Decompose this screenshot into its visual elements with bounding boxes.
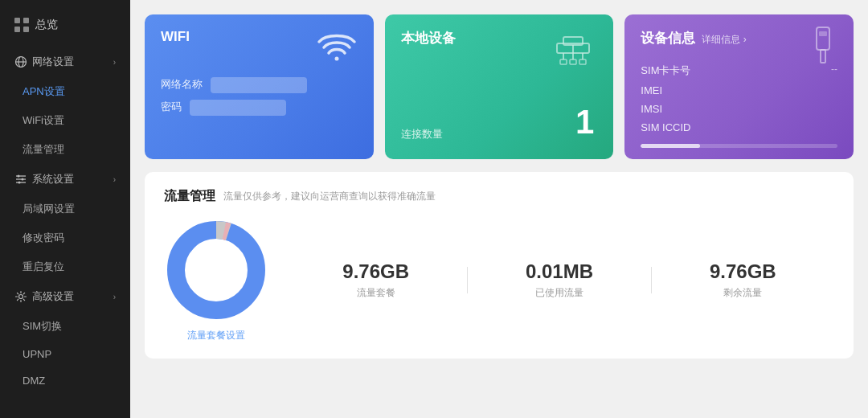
traffic-content: 流量套餐设置 9.76GB 流量套餐 0.01MB 已使用流量 9.76GB 剩… (164, 218, 834, 342)
chevron-right-icon3: › (113, 293, 116, 301)
stat-plan: 9.76GB 流量套餐 (285, 260, 467, 300)
cards-row: WIFI 网络名称 密码 (145, 14, 854, 159)
sidebar-item-password[interactable]: 修改密码 (0, 223, 130, 252)
stat-remaining-label: 剩余流量 (652, 286, 834, 300)
wifi-fields: 网络名称 密码 (161, 77, 358, 116)
stat-used-value: 0.01MB (468, 260, 650, 283)
usb-icon (807, 26, 839, 68)
chevron-right-icon: › (113, 58, 116, 67)
gear-icon (14, 290, 27, 303)
sidebar-item-advanced[interactable]: 高级设置 › (0, 281, 130, 312)
device-icon-area (549, 27, 597, 72)
wifi-password-value (190, 100, 286, 116)
main-content: WIFI 网络名称 密码 (130, 0, 868, 418)
wifi-card: WIFI 网络名称 密码 (145, 14, 374, 159)
sidebar-network-label: 网络设置 (32, 55, 74, 69)
sidebar-item-wifi-settings[interactable]: WiFi设置 (0, 106, 130, 135)
network-device-icon (549, 27, 597, 69)
svg-point-26 (186, 240, 247, 301)
device-connect-label: 连接数量 (401, 127, 443, 141)
sidebar-overview-label: 总览 (35, 18, 58, 32)
info-card: 设备信息 详细信息 › SIM卡卡号 -- IMEI (624, 14, 854, 159)
svg-point-6 (18, 175, 20, 178)
sidebar-item-dmz[interactable]: DMZ (0, 367, 130, 394)
svg-point-10 (334, 57, 338, 61)
sidebar-item-traffic-mgmt[interactable]: 流量管理 (0, 135, 130, 164)
sidebar-system-label: 系统设置 (32, 172, 74, 186)
traffic-subtitle: 流量仅供参考，建议向运营商查询以获得准确流量 (223, 190, 436, 203)
sidebar-logo-area: 总览 (0, 6, 130, 47)
wifi-password-field: 密码 (161, 100, 358, 116)
wifi-icon (316, 29, 358, 61)
chevron-right-icon2: › (113, 175, 116, 184)
usb-icon-area (807, 26, 839, 71)
sidebar-item-apn[interactable]: APN设置 (0, 77, 130, 106)
sidebar: 总览 网络设置 › APN设置 WiFi设置 流量管理 系统设置 › 局域网设置 (0, 0, 130, 418)
donut-svg (164, 218, 268, 322)
svg-point-7 (22, 178, 24, 181)
svg-rect-22 (819, 31, 827, 36)
info-progress-fill (641, 144, 699, 148)
stat-remaining: 9.76GB 剩余流量 (652, 260, 834, 300)
donut-chart-wrapper: 流量套餐设置 (164, 218, 268, 342)
info-row-iccid: SIM ICCID (641, 121, 837, 133)
info-row-imei: IMEI (641, 84, 837, 96)
svg-rect-18 (570, 59, 576, 64)
traffic-header: 流量管理 流量仅供参考，建议向运营商查询以获得准确流量 (164, 188, 834, 205)
svg-rect-20 (817, 27, 829, 50)
info-progress-bar (641, 144, 837, 148)
svg-rect-21 (821, 50, 825, 63)
traffic-section: 流量管理 流量仅供参考，建议向运营商查询以获得准确流量 (145, 172, 854, 359)
sidebar-item-network[interactable]: 网络设置 › (0, 47, 130, 77)
device-card: 本地设备 连接数量 1 (385, 14, 614, 159)
stat-plan-value: 9.76GB (285, 260, 467, 283)
sidebar-item-lan[interactable]: 局域网设置 (0, 195, 130, 223)
stat-used-label: 已使用流量 (468, 286, 650, 300)
device-connect-count: 1 (575, 103, 594, 141)
svg-rect-17 (560, 59, 567, 64)
wifi-network-value (211, 77, 307, 93)
info-card-title: 设备信息 (641, 29, 695, 47)
globe-icon (14, 55, 27, 68)
sidebar-advanced-label: 高级设置 (32, 289, 74, 304)
wifi-network-name-field: 网络名称 (161, 77, 358, 93)
svg-point-8 (18, 182, 21, 184)
traffic-title: 流量管理 (164, 188, 215, 205)
traffic-settings-link[interactable]: 流量套餐设置 (164, 329, 268, 342)
logo-icon (14, 18, 29, 32)
svg-rect-19 (579, 59, 586, 64)
sidebar-item-sim-switch[interactable]: SIM切换 (0, 312, 130, 341)
stat-plan-label: 流量套餐 (285, 286, 467, 300)
sidebar-item-upnp[interactable]: UPNP (0, 341, 130, 367)
sidebar-item-system[interactable]: 系统设置 › (0, 164, 130, 195)
sliders-icon (14, 173, 27, 186)
stat-remaining-value: 9.76GB (652, 260, 834, 283)
donut-chart (164, 218, 268, 322)
traffic-stats: 9.76GB 流量套餐 0.01MB 已使用流量 9.76GB 剩余流量 (285, 260, 834, 300)
stat-used: 0.01MB 已使用流量 (468, 260, 650, 300)
info-detail-link[interactable]: 详细信息 › (702, 33, 746, 47)
sidebar-item-reset[interactable]: 重启复位 (0, 252, 130, 281)
wifi-icon-area (316, 29, 358, 64)
svg-point-9 (19, 295, 23, 299)
info-row-imsi: IMSI (641, 103, 837, 115)
info-rows: SIM卡卡号 -- IMEI IMSI SIM ICCID (641, 64, 837, 133)
